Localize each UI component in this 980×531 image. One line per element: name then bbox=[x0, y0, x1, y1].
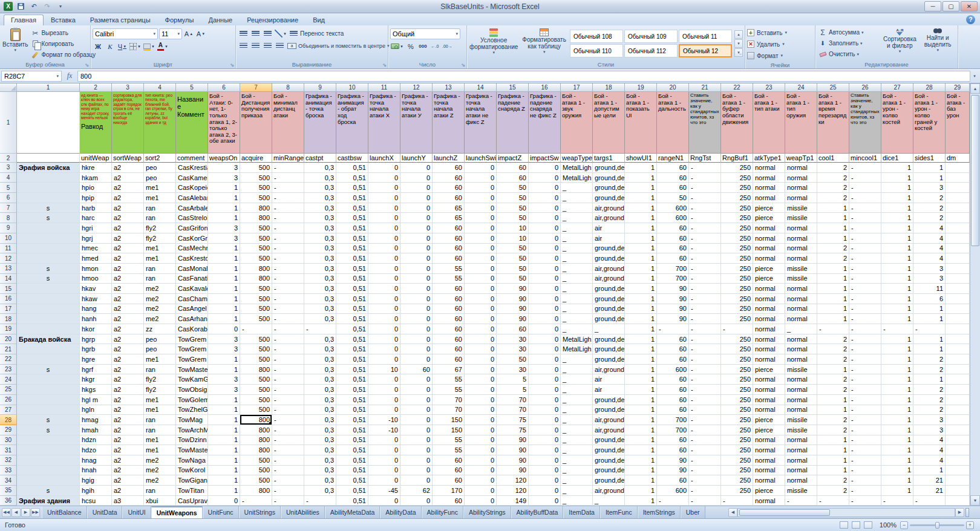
cell[interactable]: 2 bbox=[817, 163, 849, 173]
cell[interactable]: - bbox=[849, 475, 881, 486]
cell[interactable]: CasKresto bbox=[176, 253, 208, 264]
cell[interactable]: 1 bbox=[913, 374, 946, 385]
group-cell[interactable]: Эрафия войска bbox=[17, 163, 80, 173]
cell[interactable]: 3 bbox=[913, 183, 946, 193]
row-header-15[interactable]: 15 bbox=[0, 284, 17, 294]
cell[interactable]: _ bbox=[561, 284, 593, 294]
cell[interactable]: 0,3 bbox=[304, 486, 336, 496]
cell[interactable]: - bbox=[272, 395, 304, 405]
row-header-34[interactable]: 34 bbox=[0, 475, 17, 486]
cell[interactable]: - bbox=[689, 223, 721, 233]
cell[interactable]: 1 bbox=[881, 466, 913, 476]
cell[interactable]: 0 bbox=[400, 173, 433, 183]
cell[interactable]: 1 bbox=[208, 415, 240, 425]
header-cell-col15[interactable]: Графика - падение снаряда Z bbox=[497, 92, 529, 154]
cell[interactable]: air bbox=[593, 233, 625, 244]
cell[interactable]: normal bbox=[753, 324, 785, 334]
header-cell-col3[interactable]: сортировка для редактора, задаёт порядок… bbox=[112, 92, 144, 154]
cell[interactable]: 2 bbox=[817, 374, 849, 385]
cell[interactable]: pierce bbox=[753, 425, 785, 435]
cell[interactable]: 0 bbox=[529, 233, 561, 244]
cell[interactable]: - bbox=[689, 395, 721, 405]
header-cell-col29[interactable]: Бой - атака - баз урон bbox=[946, 92, 970, 154]
cell[interactable]: normal bbox=[785, 244, 817, 254]
cell[interactable]: 500 bbox=[240, 294, 272, 304]
cell[interactable]: 0 bbox=[400, 385, 433, 395]
cell[interactable]: - bbox=[849, 466, 881, 476]
cell[interactable]: 1 bbox=[817, 264, 849, 274]
find-select-button[interactable]: Найти и выделить▾ bbox=[920, 27, 956, 60]
cell[interactable]: 1 bbox=[625, 496, 657, 506]
field-name-col2[interactable]: unitWeap bbox=[80, 154, 112, 163]
cell[interactable]: - bbox=[272, 213, 304, 223]
cell[interactable]: a2 bbox=[112, 334, 144, 345]
cell[interactable] bbox=[946, 445, 970, 455]
cell[interactable]: 1 bbox=[208, 486, 240, 496]
cell[interactable]: missile bbox=[785, 213, 817, 223]
header-cell-col2[interactable]: ид юнита — ключ во всех слк файлах, по н… bbox=[80, 92, 112, 154]
cell[interactable]: a2 bbox=[112, 455, 144, 466]
cell[interactable]: 0 bbox=[400, 415, 433, 425]
cell[interactable] bbox=[946, 496, 970, 506]
cell[interactable]: fly2 bbox=[144, 385, 176, 395]
paste-button[interactable]: Вставить ▾ bbox=[2, 27, 28, 60]
number-dialog-launcher[interactable]: ⇘ bbox=[461, 62, 465, 68]
cell[interactable]: 1 bbox=[208, 213, 240, 223]
cell[interactable]: air,ground bbox=[593, 264, 625, 274]
cell[interactable]: hkam bbox=[80, 173, 112, 183]
cell[interactable]: 1 bbox=[625, 486, 657, 496]
cell[interactable]: 50 bbox=[657, 193, 689, 203]
cell[interactable]: 500 bbox=[240, 284, 272, 294]
cell[interactable]: hang bbox=[80, 304, 112, 314]
cell[interactable]: 250 bbox=[721, 213, 753, 223]
cell[interactable]: normal bbox=[785, 445, 817, 455]
cell[interactable]: 10 bbox=[497, 233, 529, 244]
column-header-1[interactable]: 1 bbox=[17, 83, 80, 92]
font-size-select[interactable]: 11▾ bbox=[159, 28, 182, 39]
cell[interactable]: - bbox=[849, 405, 881, 415]
cell[interactable]: hgln bbox=[80, 405, 112, 415]
cell[interactable]: - bbox=[240, 496, 272, 506]
cell[interactable]: 0 bbox=[529, 374, 561, 385]
cell[interactable]: 0,51 bbox=[336, 395, 368, 405]
cell[interactable]: air bbox=[593, 374, 625, 385]
cell[interactable]: - bbox=[689, 475, 721, 486]
cell[interactable]: normal bbox=[753, 475, 785, 486]
cell[interactable]: 0 bbox=[400, 223, 433, 233]
cell[interactable]: a3 bbox=[112, 496, 144, 506]
cell[interactable]: 60 bbox=[433, 334, 465, 345]
formula-input[interactable]: 800 bbox=[77, 71, 970, 82]
column-header-14[interactable]: 14 bbox=[465, 83, 497, 92]
cell[interactable]: - bbox=[689, 365, 721, 375]
cell[interactable]: - bbox=[689, 425, 721, 435]
cell[interactable]: 4 bbox=[913, 233, 946, 244]
cell[interactable]: normal bbox=[785, 466, 817, 476]
cell[interactable]: 600 bbox=[657, 365, 689, 375]
group-cell[interactable]: s bbox=[17, 264, 80, 274]
cell[interactable]: me1 bbox=[144, 354, 176, 365]
cell[interactable]: 0 bbox=[368, 385, 400, 395]
cell[interactable]: 500 bbox=[240, 354, 272, 365]
align-middle-button[interactable] bbox=[250, 28, 261, 39]
sort-filter-button[interactable]: А↓Я Сортировка и фильтр▾ bbox=[881, 27, 919, 60]
cell[interactable]: a2 bbox=[112, 415, 144, 425]
cell[interactable]: pierce bbox=[753, 213, 785, 223]
cell[interactable]: ground,de bbox=[593, 435, 625, 446]
cell[interactable]: 150 bbox=[433, 425, 465, 435]
cell[interactable]: 1 bbox=[913, 163, 946, 173]
cell[interactable]: _ bbox=[561, 425, 593, 435]
cell[interactable]: 10 bbox=[497, 223, 529, 233]
cell[interactable]: 50 bbox=[497, 264, 529, 274]
cell[interactable]: me2 bbox=[144, 466, 176, 476]
cell[interactable]: 1 bbox=[817, 223, 849, 233]
cell[interactable]: _ bbox=[561, 435, 593, 446]
cell[interactable]: 1 bbox=[625, 163, 657, 173]
cell[interactable]: air,ground bbox=[593, 415, 625, 425]
cell[interactable]: 0 bbox=[368, 213, 400, 223]
cell[interactable]: peo bbox=[144, 334, 176, 345]
cell[interactable]: 1 bbox=[625, 203, 657, 213]
align-top-button[interactable] bbox=[238, 28, 249, 39]
cell[interactable]: hgih bbox=[80, 486, 112, 496]
ribbon-tab-4[interactable]: Формулы bbox=[158, 15, 201, 25]
cell[interactable]: 62 bbox=[400, 486, 433, 496]
